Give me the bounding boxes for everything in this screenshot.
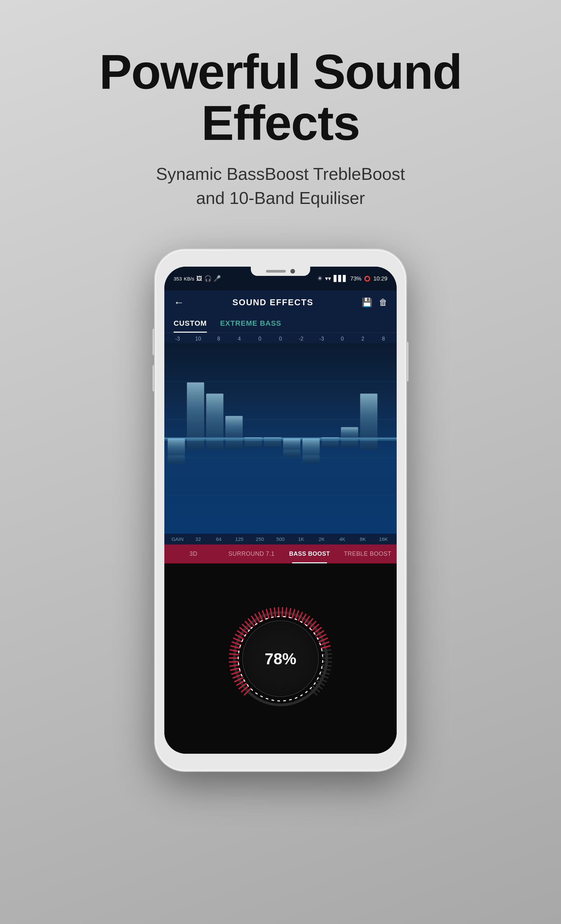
svg-line-38 <box>230 650 239 651</box>
svg-line-77 <box>322 665 332 666</box>
eq-band-8k: 8K <box>356 536 370 542</box>
svg-rect-17 <box>302 455 320 464</box>
photo-icon: 🖼 <box>196 275 202 282</box>
speaker-grille <box>266 270 286 273</box>
eq-band-32: 32 <box>191 536 205 542</box>
eq-top-1: 10 <box>191 336 205 342</box>
eq-top-9: 2 <box>356 336 370 342</box>
tab-bass-boost[interactable]: BASS BOOST <box>280 544 339 563</box>
eq-top-7: -3 <box>315 336 328 342</box>
eq-band-16k: 16K <box>377 536 390 542</box>
svg-rect-6 <box>206 394 224 439</box>
app-topbar: ← SOUND EFFECTS 💾 🗑 <box>164 290 397 315</box>
svg-line-37 <box>230 654 238 655</box>
bluetooth-icon: ✳ <box>318 275 322 282</box>
svg-line-58 <box>289 609 290 617</box>
eq-top-3: 4 <box>232 336 246 342</box>
svg-line-34 <box>230 665 239 666</box>
eq-band-250: 250 <box>254 536 267 542</box>
preset-tabs: CUSTOM EXTREME BASS <box>164 315 397 333</box>
svg-rect-13 <box>264 440 281 447</box>
eq-band-2k: 2K <box>315 536 328 542</box>
knob-container[interactable]: 78% <box>228 606 333 711</box>
eq-band-64: 64 <box>212 536 225 542</box>
topbar-actions: 💾 🗑 <box>362 297 387 308</box>
time-text: 10:29 <box>373 276 387 282</box>
svg-line-73 <box>322 650 331 651</box>
mic-icon: 🎤 <box>213 275 221 282</box>
eq-top-8: 0 <box>336 336 349 342</box>
eq-band-1k: 1K <box>294 536 308 542</box>
tab-custom[interactable]: CUSTOM <box>174 315 215 332</box>
signal-icon: ▋▋▋ <box>334 275 348 282</box>
headline-section: Powerful Sound Effects Synamic BassBoost… <box>99 0 462 230</box>
notch <box>251 267 310 276</box>
status-bar: 353 KB/s 🖼 🎧 🎤 ✳ ▾▾ ▋▋▋ 73% ⭕ <box>164 267 397 290</box>
svg-line-54 <box>274 608 275 617</box>
svg-rect-2 <box>168 439 185 455</box>
tab-surround[interactable]: SURROUND 7.1 <box>222 544 280 563</box>
kbs-value: 353 <box>174 276 182 281</box>
camera-dot <box>290 269 295 274</box>
svg-rect-24 <box>164 437 397 441</box>
tab-3d[interactable]: 3D <box>164 544 222 563</box>
save-icon[interactable]: 💾 <box>362 297 372 308</box>
phone-screen: 353 KB/s 🖼 🎧 🎤 ✳ ▾▾ ▋▋▋ 73% ⭕ <box>164 267 397 754</box>
svg-line-53 <box>270 609 272 617</box>
eq-bottom-labels: GAIN 32 64 125 250 500 1K 2K 4K 8K 16K <box>164 534 397 544</box>
eq-top-labels: -3 10 8 4 0 0 -2 -3 0 2 8 <box>164 333 397 343</box>
eq-band-gain: GAIN <box>171 536 184 542</box>
eq-visualizer[interactable] <box>164 343 397 534</box>
svg-rect-4 <box>187 382 204 439</box>
svg-line-74 <box>322 654 332 655</box>
status-left: 353 KB/s 🖼 🎧 🎤 <box>174 275 221 282</box>
wifi-icon: ▾▾ <box>325 275 331 282</box>
battery-icon: ⭕ <box>364 276 370 282</box>
svg-rect-11 <box>244 440 262 447</box>
svg-rect-22 <box>360 394 377 439</box>
svg-rect-20 <box>341 428 358 439</box>
svg-line-76 <box>323 662 332 662</box>
svg-line-35 <box>230 662 238 662</box>
status-right: ✳ ▾▾ ▋▋▋ 73% ⭕ 10:29 <box>318 275 387 282</box>
phone-shell: 353 KB/s 🖼 🎧 🎤 ✳ ▾▾ ▋▋▋ 73% ⭕ <box>155 249 406 771</box>
knob-value: 78% <box>265 650 296 668</box>
eq-top-4: 0 <box>254 336 267 342</box>
eq-band-125: 125 <box>232 536 246 542</box>
eq-top-6: -2 <box>294 336 308 342</box>
eq-top-5: 0 <box>274 336 287 342</box>
svg-line-55 <box>279 608 279 616</box>
svg-rect-19 <box>322 440 339 447</box>
svg-rect-15 <box>283 450 300 458</box>
eq-bars-svg <box>164 343 397 534</box>
app-content: ← SOUND EFFECTS 💾 🗑 CUSTOM EXTREME BASS <box>164 290 397 754</box>
eq-top-10: 8 <box>377 336 390 342</box>
main-title: Powerful Sound Effects <box>99 46 462 149</box>
knob-section: 78% <box>164 563 397 754</box>
phone-mockup: 353 KB/s 🖼 🎧 🎤 ✳ ▾▾ ▋▋▋ 73% ⭕ <box>155 249 406 771</box>
eq-band-500: 500 <box>274 536 287 542</box>
svg-rect-16 <box>302 439 320 455</box>
svg-line-57 <box>285 608 286 617</box>
svg-line-56 <box>282 608 282 616</box>
eq-band-4k: 4K <box>336 536 349 542</box>
kbs-unit: KB/s <box>184 276 194 281</box>
headphone-icon: 🎧 <box>204 275 212 282</box>
topbar-title: SOUND EFFECTS <box>232 297 314 308</box>
tab-treble-boost[interactable]: TREBLE BOOST <box>339 544 397 563</box>
delete-icon[interactable]: 🗑 <box>379 297 387 308</box>
battery-text: 73% <box>350 276 362 282</box>
tab-extreme-bass[interactable]: EXTREME BASS <box>220 315 290 332</box>
subtitle: Synamic BassBoost TrebleBoost and 10-Ban… <box>99 162 462 210</box>
eq-top-2: 8 <box>212 336 225 342</box>
effects-tabs-bar: 3D SURROUND 7.1 BASS BOOST TREBLE BOOST <box>164 544 397 563</box>
eq-top-0: -3 <box>171 336 184 342</box>
svg-rect-3 <box>168 455 185 464</box>
back-button[interactable]: ← <box>174 296 184 309</box>
svg-rect-8 <box>225 416 243 439</box>
